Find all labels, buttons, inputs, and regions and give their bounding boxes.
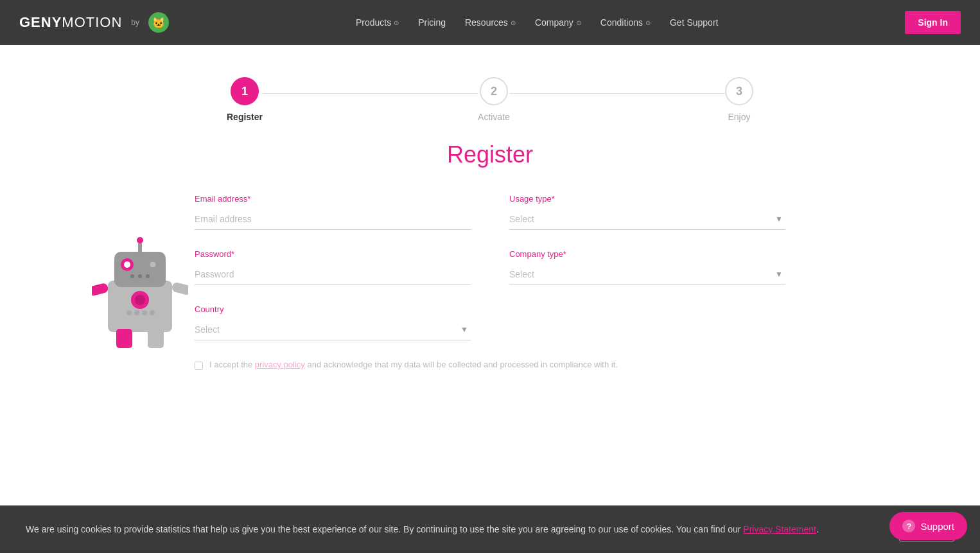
privacy-policy-link[interactable]: privacy policy: [255, 360, 305, 369]
email-label: Email address*: [195, 194, 471, 204]
register-title: Register: [195, 141, 785, 168]
svg-point-4: [150, 261, 156, 268]
svg-point-19: [150, 310, 155, 315]
svg-point-16: [127, 310, 132, 315]
usage-type-field-group: Usage type* Select ▼: [509, 194, 785, 230]
nav-company[interactable]: Company ⊙: [527, 12, 589, 33]
nav-get-support[interactable]: Get Support: [662, 12, 726, 33]
country-field-group: Country Select ▼: [195, 304, 471, 340]
navbar-center: Products ⊙ Pricing Resources ⊙ Company ⊙…: [348, 12, 726, 33]
registration-form: Email address* Usage type* Select ▼ Pass…: [195, 194, 785, 340]
privacy-statement-link[interactable]: Privacy Statement: [743, 524, 816, 534]
nav-pricing[interactable]: Pricing: [410, 12, 453, 33]
progress-stepper: 1 Register 2 Activate 3 Enjoy: [0, 45, 980, 141]
svg-point-6: [138, 274, 142, 278]
logo-text: GENYMOTION: [19, 14, 122, 31]
step-1-circle: 1: [231, 77, 259, 105]
svg-rect-1: [114, 252, 166, 287]
password-input[interactable]: [195, 264, 471, 285]
step-3-circle: 3: [725, 77, 753, 105]
company-type-select[interactable]: Select: [509, 264, 785, 285]
company-type-select-wrapper: Select ▼: [509, 264, 785, 285]
privacy-checkbox-row: I accept the privacy policy and acknowle…: [195, 360, 785, 370]
svg-point-5: [130, 274, 134, 278]
nav-resources[interactable]: Resources ⊙: [457, 12, 523, 33]
support-label: Support: [920, 521, 954, 532]
svg-rect-10: [92, 283, 109, 297]
cookie-banner: We are using cookies to provide statisti…: [0, 505, 980, 553]
svg-point-9: [137, 237, 143, 243]
password-label: Password*: [195, 249, 471, 259]
cookie-text: We are using cookies to provide statisti…: [26, 523, 880, 536]
navbar: GENYMOTION by 🐱 Products ⊙ Pricing Resou…: [0, 0, 980, 45]
conditions-arrow-icon: ⊙: [645, 19, 651, 26]
svg-rect-8: [138, 242, 142, 254]
email-input[interactable]: [195, 209, 471, 230]
logo-icon: 🐱: [148, 12, 169, 33]
products-arrow-icon: ⊙: [394, 19, 399, 26]
email-field-group: Email address*: [195, 194, 471, 230]
svg-rect-14: [116, 329, 132, 348]
signin-button[interactable]: Sign In: [905, 11, 961, 34]
company-arrow-icon: ⊙: [576, 19, 581, 26]
step-register: 1 Register: [227, 77, 263, 122]
svg-point-7: [146, 274, 150, 278]
step-line-1-2: [263, 93, 478, 94]
svg-point-3: [124, 261, 130, 268]
usage-type-select-wrapper: Select ▼: [509, 209, 785, 230]
usage-type-label: Usage type*: [509, 194, 785, 204]
step-enjoy: 3 Enjoy: [725, 77, 753, 122]
nav-products[interactable]: Products ⊙: [348, 12, 407, 33]
country-select-wrapper: Select ▼: [195, 319, 471, 340]
country-select[interactable]: Select: [195, 319, 471, 340]
navbar-brand: GENYMOTION by 🐱: [19, 12, 169, 33]
country-label: Country: [195, 304, 471, 314]
robot-illustration: [92, 233, 188, 361]
logo-by-label: by: [131, 18, 139, 27]
support-button[interactable]: ? Support: [889, 512, 967, 540]
company-type-field-group: Company type* Select ▼: [509, 249, 785, 285]
step-1-label: Register: [227, 112, 263, 122]
step-3-label: Enjoy: [728, 112, 750, 122]
svg-rect-15: [148, 329, 164, 348]
svg-point-18: [142, 310, 147, 315]
usage-type-select[interactable]: Select: [509, 209, 785, 229]
svg-rect-11: [171, 281, 188, 295]
step-2-label: Activate: [478, 112, 510, 122]
nav-conditions[interactable]: Conditions ⊙: [593, 12, 658, 33]
privacy-checkbox[interactable]: [195, 362, 203, 370]
step-activate: 2 Activate: [478, 77, 510, 122]
company-type-label: Company type*: [509, 249, 785, 259]
main-content: Register: [169, 141, 811, 434]
support-icon: ?: [902, 520, 915, 532]
svg-point-13: [135, 295, 145, 305]
password-field-group: Password*: [195, 249, 471, 285]
step-2-circle: 2: [480, 77, 508, 105]
resources-arrow-icon: ⊙: [511, 19, 516, 26]
privacy-label: I accept the privacy policy and acknowle…: [209, 360, 618, 369]
step-line-2-3: [510, 93, 725, 94]
svg-point-17: [134, 310, 139, 315]
